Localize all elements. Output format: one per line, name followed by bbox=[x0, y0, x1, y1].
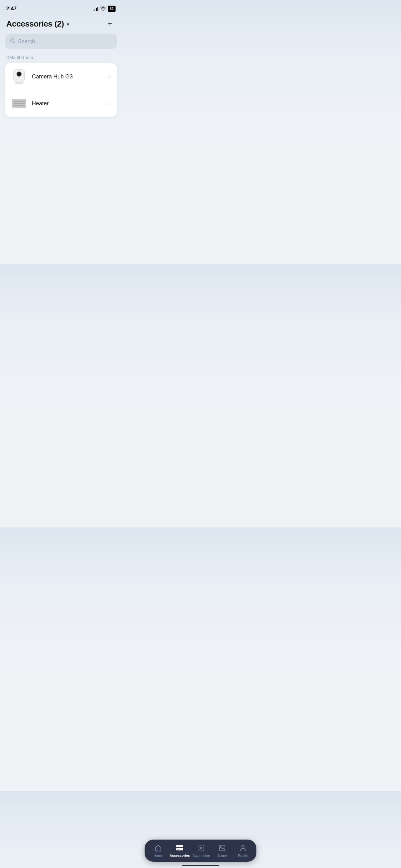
header-title[interactable]: Accessories (2) ▼ bbox=[6, 19, 70, 29]
header: Accessories (2) ▼ + bbox=[0, 16, 122, 34]
status-icons: 82 bbox=[93, 6, 115, 12]
battery-icon: 82 bbox=[108, 6, 115, 12]
status-bar: 2:47 82 bbox=[0, 0, 122, 16]
accessory-name-camera-hub: Camera Hub G3 bbox=[32, 73, 109, 80]
chevron-right-icon-heater: › bbox=[109, 101, 110, 106]
search-placeholder: Search bbox=[18, 38, 35, 45]
search-bar[interactable]: Search bbox=[5, 34, 117, 49]
chevron-down-icon: ▼ bbox=[66, 22, 70, 27]
camera-hub-icon bbox=[11, 69, 27, 84]
svg-line-1 bbox=[14, 42, 15, 43]
plus-icon: + bbox=[107, 19, 112, 28]
accessory-item-camera-hub[interactable]: Camera Hub G3 › bbox=[5, 63, 117, 90]
accessory-name-heater: Heater bbox=[32, 100, 109, 107]
accessory-item-heater[interactable]: Heater › bbox=[5, 90, 117, 117]
page-title: Accessories (2) bbox=[6, 19, 64, 29]
signal-icon bbox=[93, 6, 98, 11]
search-container: Search bbox=[0, 34, 122, 54]
section-label: Default Room bbox=[0, 54, 122, 63]
heater-icon bbox=[11, 96, 27, 111]
wifi-icon bbox=[100, 6, 106, 11]
main-content: Accessories (2) ▼ + Search Default Room bbox=[0, 16, 122, 154]
chevron-right-icon: › bbox=[109, 74, 110, 80]
add-button[interactable]: + bbox=[104, 18, 115, 29]
accessories-card: Camera Hub G3 › Heater › bbox=[5, 63, 117, 117]
status-time: 2:47 bbox=[6, 6, 16, 12]
search-icon bbox=[10, 38, 15, 45]
